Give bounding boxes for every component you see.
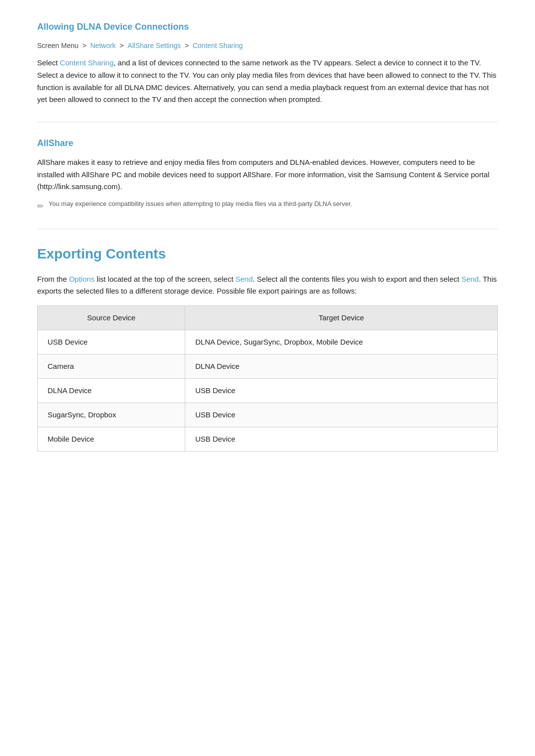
source-dlna-device: DLNA Device: [38, 379, 185, 403]
dlna-connections-title: Allowing DLNA Device Connections: [37, 20, 498, 34]
table-header-source: Source Device: [38, 306, 185, 330]
note-box: ✏ You may experience compatibility issue…: [37, 199, 498, 213]
dlna-body-text: Select Content Sharing, and a list of de…: [37, 57, 498, 106]
breadcrumb: Screen Menu > Network > AllShare Setting…: [37, 40, 498, 51]
source-mobile-device: Mobile Device: [38, 427, 185, 452]
breadcrumb-prefix: Screen Menu: [37, 42, 78, 50]
table-header-target: Target Device: [185, 306, 498, 330]
breadcrumb-content-sharing-link[interactable]: Content Sharing: [193, 42, 243, 50]
target-usb-device-3: USB Device: [185, 427, 498, 452]
target-dlna-device: DLNA Device: [185, 354, 498, 379]
breadcrumb-allshare-link[interactable]: AllShare Settings: [128, 42, 181, 50]
table-row: USB Device DLNA Device, SugarSync, Dropb…: [38, 330, 498, 354]
options-inline-link[interactable]: Options: [69, 275, 95, 283]
breadcrumb-sep-1: >: [82, 42, 88, 50]
allshare-title: AllShare: [37, 136, 498, 151]
allshare-body-text: AllShare makes it easy to retrieve and e…: [37, 156, 498, 193]
table-row: Mobile Device USB Device: [38, 427, 498, 452]
breadcrumb-network-link[interactable]: Network: [90, 42, 115, 50]
exporting-contents-title: Exporting Contents: [37, 243, 498, 265]
send-inline-link-1[interactable]: Send: [235, 275, 253, 283]
exporting-contents-section: Exporting Contents From the Options list…: [37, 243, 498, 452]
breadcrumb-sep-2: >: [120, 42, 126, 50]
export-pairings-table: Source Device Target Device USB Device D…: [37, 305, 498, 452]
source-sugarsync-dropbox: SugarSync, Dropbox: [38, 403, 185, 427]
target-usb-device-1: USB Device: [185, 379, 498, 403]
table-row: DLNA Device USB Device: [38, 379, 498, 403]
target-usb-device-2: USB Device: [185, 403, 498, 427]
allshare-section: AllShare AllShare makes it easy to retri…: [37, 136, 498, 213]
table-row: SugarSync, Dropbox USB Device: [38, 403, 498, 427]
dlna-connections-section: Allowing DLNA Device Connections Screen …: [37, 20, 498, 106]
breadcrumb-sep-3: >: [185, 42, 191, 50]
source-camera: Camera: [38, 354, 185, 379]
section-divider-2: [37, 229, 498, 229]
exporting-contents-body: From the Options list located at the top…: [37, 273, 498, 298]
table-row: Camera DLNA Device: [38, 354, 498, 379]
send-inline-link-2[interactable]: Send: [461, 275, 479, 283]
note-text: You may experience compatibility issues …: [49, 199, 352, 209]
pencil-icon: ✏: [37, 200, 44, 213]
target-dlna-sugarsync-dropbox-mobile: DLNA Device, SugarSync, Dropbox, Mobile …: [185, 330, 498, 354]
section-divider-1: [37, 122, 498, 122]
content-sharing-inline-link[interactable]: Content Sharing: [60, 58, 113, 67]
source-usb-device: USB Device: [38, 330, 185, 354]
